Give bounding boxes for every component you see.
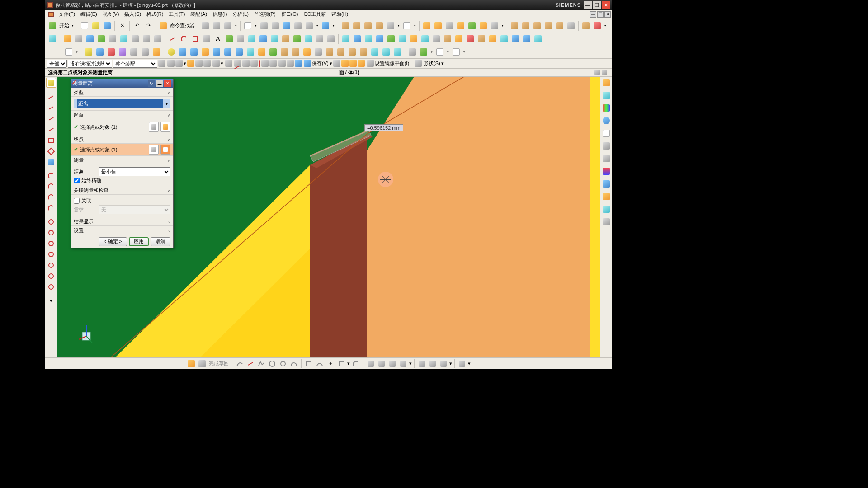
dialog-reset-button[interactable]: ↻ bbox=[148, 80, 155, 87]
mdi-minimize-button[interactable]: — bbox=[590, 11, 596, 18]
bt-fillet-drop[interactable]: ▾ bbox=[347, 361, 350, 366]
bt-fillet[interactable] bbox=[336, 359, 346, 369]
bt-trim2[interactable] bbox=[377, 359, 387, 369]
r2-b4[interactable] bbox=[96, 33, 107, 44]
bt-spline[interactable] bbox=[235, 359, 245, 369]
menu-analysis[interactable]: 分析(L) bbox=[231, 10, 250, 19]
lt-circ5[interactable] bbox=[46, 260, 56, 270]
r2-d9[interactable] bbox=[431, 33, 442, 44]
r2-b1[interactable] bbox=[62, 33, 73, 44]
lt-arc1[interactable] bbox=[46, 171, 56, 181]
r2-c1[interactable] bbox=[224, 33, 235, 44]
bt-halfarc[interactable] bbox=[289, 359, 299, 369]
grpA4[interactable] bbox=[543, 20, 554, 31]
fb-c-drop[interactable]: ▾ bbox=[184, 61, 186, 66]
rt-12[interactable] bbox=[601, 217, 611, 227]
r3-d3-drop[interactable]: ▾ bbox=[446, 47, 450, 57]
graphics-viewport[interactable]: =0.596152 mm 测量距离 ↻ bbox=[57, 77, 600, 357]
r3-d2-drop[interactable]: ▾ bbox=[429, 47, 434, 57]
new-button[interactable] bbox=[79, 20, 90, 31]
rt-3[interactable] bbox=[601, 103, 611, 113]
box6-button[interactable] bbox=[401, 20, 412, 31]
window-maximize-button[interactable]: ☐ bbox=[593, 1, 601, 9]
bt-trim3[interactable] bbox=[387, 359, 397, 369]
bt-trim1[interactable] bbox=[366, 359, 376, 369]
menu-tools[interactable]: 工具(T) bbox=[167, 10, 187, 19]
dialog-titlebar[interactable]: 测量距离 ↻ ▬ ✕ bbox=[71, 79, 173, 88]
lt-rect[interactable] bbox=[46, 136, 56, 145]
lt-circ1[interactable] bbox=[46, 217, 56, 227]
start-snap-button[interactable] bbox=[160, 122, 170, 132]
rt-4[interactable] bbox=[601, 116, 611, 126]
tb1-render[interactable] bbox=[304, 20, 315, 31]
section-assoc-header[interactable]: 关联测量和检查 ʌ bbox=[71, 186, 173, 195]
fb-h5[interactable] bbox=[259, 61, 260, 66]
rt-8[interactable] bbox=[601, 166, 611, 176]
lt-perp[interactable] bbox=[46, 125, 56, 135]
text-button[interactable]: A bbox=[212, 33, 223, 44]
r2-c8[interactable] bbox=[303, 33, 314, 44]
grpA5[interactable] bbox=[554, 20, 565, 31]
lt-nav[interactable] bbox=[46, 78, 56, 88]
bt-trim4[interactable] bbox=[398, 359, 408, 369]
r3-b1[interactable] bbox=[83, 47, 94, 57]
lt-arc2[interactable] bbox=[46, 182, 56, 192]
tb1-view-drop[interactable]: ▾ bbox=[331, 20, 336, 31]
lt-poly[interactable] bbox=[46, 146, 56, 156]
fb-h4[interactable] bbox=[250, 60, 258, 68]
fb-j1[interactable] bbox=[333, 60, 340, 68]
start-button[interactable] bbox=[47, 20, 58, 31]
fb-h3[interactable] bbox=[242, 60, 250, 68]
r2-d16[interactable] bbox=[510, 33, 521, 44]
r2-c7[interactable] bbox=[292, 33, 302, 44]
window-close-button[interactable]: ✕ bbox=[602, 1, 610, 9]
lt-circ2[interactable] bbox=[46, 228, 56, 238]
fb-e[interactable] bbox=[195, 60, 203, 68]
r2-b7[interactable] bbox=[130, 33, 141, 44]
bt-circle[interactable] bbox=[278, 359, 288, 369]
distance-mode-select[interactable]: 最小值 bbox=[99, 167, 170, 176]
start-pick-button[interactable] bbox=[149, 122, 159, 132]
start-dropdown[interactable]: ▾ bbox=[71, 20, 75, 31]
lt-more[interactable]: ▾ bbox=[46, 296, 56, 305]
r3-c1[interactable] bbox=[211, 47, 222, 57]
r2-d13[interactable] bbox=[476, 33, 487, 44]
undo-button[interactable]: ↶ bbox=[132, 20, 142, 31]
fb-k[interactable] bbox=[415, 60, 422, 68]
prompt-btn-1[interactable] bbox=[594, 70, 602, 76]
r3-d4[interactable] bbox=[451, 47, 462, 57]
r2-d15[interactable] bbox=[499, 33, 509, 44]
r3-b4[interactable] bbox=[117, 47, 128, 57]
fb-i2[interactable] bbox=[287, 60, 294, 68]
curve7-button[interactable] bbox=[489, 20, 500, 31]
bt-last-drop[interactable]: ▾ bbox=[468, 361, 471, 366]
bt-rect[interactable] bbox=[304, 359, 314, 369]
r2-c5[interactable] bbox=[269, 33, 280, 44]
r3-c7[interactable] bbox=[279, 47, 290, 57]
curve7-drop[interactable]: ▾ bbox=[500, 20, 505, 31]
r3-b6[interactable] bbox=[140, 47, 151, 57]
menu-edit[interactable]: 编辑(E) bbox=[79, 10, 99, 19]
always-exact-checkbox[interactable] bbox=[74, 178, 80, 183]
dialog-pin-button[interactable]: ▬ bbox=[156, 80, 163, 87]
section-measure-header[interactable]: 测量 ʌ bbox=[71, 155, 173, 164]
r3-c9[interactable] bbox=[302, 47, 312, 57]
lt-line[interactable] bbox=[46, 92, 56, 102]
open-button[interactable] bbox=[90, 20, 101, 31]
r3-c6[interactable] bbox=[268, 47, 278, 57]
box3-button[interactable] bbox=[363, 20, 373, 31]
bt-sketch[interactable] bbox=[186, 359, 196, 369]
bt-arc[interactable] bbox=[267, 359, 277, 369]
menu-view[interactable]: 视图(V) bbox=[101, 10, 121, 19]
fb-h7[interactable] bbox=[269, 60, 277, 68]
rotate-button[interactable] bbox=[281, 20, 292, 31]
tb1-c[interactable] bbox=[222, 20, 233, 31]
box6-drop[interactable]: ▾ bbox=[413, 20, 417, 31]
fb-a[interactable] bbox=[158, 60, 165, 68]
tb1-a[interactable] bbox=[200, 20, 211, 31]
fb-h6[interactable] bbox=[261, 60, 269, 68]
fb-g-drop[interactable]: ▾ bbox=[221, 61, 223, 66]
lt-xline[interactable] bbox=[46, 103, 56, 113]
box5-drop[interactable]: ▾ bbox=[396, 20, 401, 31]
r2-c4[interactable] bbox=[258, 33, 269, 44]
